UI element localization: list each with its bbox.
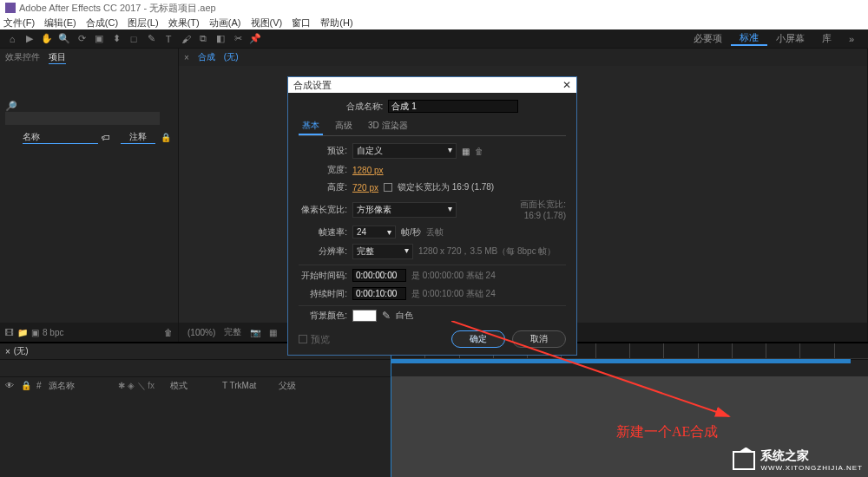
search-icon: 🔎: [5, 101, 17, 111]
menu-help[interactable]: 帮助(H): [320, 17, 352, 28]
hand-tool-icon[interactable]: ✋: [40, 32, 54, 46]
par-dropdown[interactable]: 方形像素 ▾: [352, 202, 457, 218]
composition-settings-dialog: 合成设置 ✕ 合成名称: 基本 高级 3D 渲染器 预设: 自定义 ▾ ▦ 🗑 …: [287, 76, 577, 356]
watermark: 系统之家 WWW.XITONGZHIJIA.NET: [733, 448, 863, 472]
selection-tool-icon[interactable]: ▶: [23, 32, 36, 46]
clone-tool-icon[interactable]: ⧉: [196, 32, 210, 46]
res-dropdown[interactable]: 完整 ▾: [352, 244, 413, 259]
width-value[interactable]: 1280 px: [352, 166, 384, 175]
preset-dropdown[interactable]: 自定义 ▾: [352, 143, 457, 159]
workspace-library[interactable]: 库: [813, 32, 840, 45]
menu-layer[interactable]: 图层(L): [128, 17, 158, 28]
viewer-camera-icon[interactable]: 📷: [250, 328, 260, 337]
work-area-bar[interactable]: [391, 359, 851, 363]
close-icon[interactable]: ✕: [562, 79, 571, 91]
zoom-dropdown[interactable]: (100%): [187, 328, 215, 337]
res-info: 1280 x 720，3.5 MB（每 8bpc 帧）: [418, 245, 556, 258]
rotate-tool-icon[interactable]: ⟳: [75, 32, 89, 46]
interpret-footage-icon[interactable]: 🎞: [5, 328, 14, 337]
timeline-layer-area: 👁 🔒 # 源名称 ✱ ◈ ＼ fx 模式 T TrkMat 父级: [0, 376, 391, 477]
frame-ar-label: 画面长宽比:: [520, 199, 566, 209]
bpc-label[interactable]: 8 bpc: [43, 328, 63, 337]
col-comment[interactable]: 注释: [121, 131, 155, 144]
menu-view[interactable]: 视图(V): [251, 17, 283, 28]
res-label: 分辨率:: [299, 245, 347, 258]
shape-tool-icon[interactable]: □: [127, 32, 141, 46]
zoom-tool-icon[interactable]: 🔍: [57, 32, 71, 46]
viewer-tab-label: ×: [184, 53, 189, 62]
roto-tool-icon[interactable]: ✂: [231, 32, 245, 46]
viewer-grid-icon[interactable]: ▦: [269, 328, 277, 337]
text-tool-icon[interactable]: T: [161, 32, 175, 46]
dialog-titlebar[interactable]: 合成设置 ✕: [288, 77, 576, 93]
col-name[interactable]: 名称: [23, 131, 98, 144]
camera-tool-icon[interactable]: ▣: [92, 32, 106, 46]
viewer-tab-comp[interactable]: 合成: [198, 51, 215, 63]
chevron-down-icon: ▾: [387, 227, 391, 237]
par-label: 像素长宽比:: [299, 204, 347, 216]
bg-color-name: 白色: [396, 310, 413, 322]
pen-tool-icon[interactable]: ✎: [144, 32, 158, 46]
ok-button[interactable]: 确定: [451, 330, 505, 348]
trash-icon[interactable]: 🗑: [164, 328, 173, 337]
res-dropdown[interactable]: 完整: [224, 326, 241, 338]
workspace-small[interactable]: 小屏幕: [767, 32, 813, 45]
cancel-button[interactable]: 取消: [512, 330, 566, 348]
fps-label: 帧速率:: [299, 226, 347, 238]
frame-ar-value: 16:9 (1.78): [524, 211, 566, 220]
menu-composition[interactable]: 合成(C): [86, 17, 118, 28]
preview-toggle: 预览: [299, 333, 330, 346]
brush-tool-icon[interactable]: 🖌: [179, 32, 193, 46]
eye-column-icon[interactable]: 👁: [5, 381, 21, 390]
tab-advanced[interactable]: 高级: [332, 118, 356, 135]
duration-input[interactable]: [352, 287, 406, 300]
tab-3d-renderer[interactable]: 3D 渲染器: [365, 118, 411, 135]
fps-dropdown[interactable]: 24 ▾: [352, 225, 396, 238]
eraser-tool-icon[interactable]: ◧: [214, 32, 227, 46]
delete-preset-icon[interactable]: 🗑: [475, 147, 483, 156]
pan-behind-tool-icon[interactable]: ⬍: [109, 32, 123, 46]
tab-effect-controls[interactable]: 效果控件: [5, 51, 40, 63]
height-value[interactable]: 720 px: [352, 183, 378, 193]
tab-basic[interactable]: 基本: [299, 118, 323, 135]
project-search-input[interactable]: [5, 112, 160, 125]
workspace-standard[interactable]: 标准: [731, 31, 767, 46]
workspace-more-icon[interactable]: »: [840, 34, 863, 44]
menu-window[interactable]: 窗口: [292, 17, 311, 28]
lock-column-icon[interactable]: 🔒: [21, 381, 36, 390]
dur-label: 持续时间:: [299, 288, 347, 300]
start-timecode-input[interactable]: [352, 269, 406, 282]
eyedropper-icon[interactable]: ✎: [382, 310, 391, 322]
watermark-name: 系统之家: [760, 448, 863, 464]
tool-bar: ⌂ ▶ ✋ 🔍 ⟳ ▣ ⬍ □ ✎ T 🖌 ⧉ ◧ ✂ 📌 必要项 标准 小屏幕…: [0, 29, 868, 49]
col-mode[interactable]: 模式: [170, 380, 222, 392]
project-panel: 效果控件 项目 🔎 名称 🏷 注释 🔒 🎞 📁 ▣ 8 bpc 🗑: [0, 49, 179, 342]
col-source[interactable]: 源名称: [49, 380, 118, 392]
menu-effect[interactable]: 效果(T): [168, 17, 200, 28]
menu-edit[interactable]: 编辑(E): [44, 17, 76, 28]
timeline-tab-none[interactable]: (无): [14, 345, 29, 357]
comp-name-input[interactable]: [388, 100, 518, 113]
col-trkmat[interactable]: T TrkMat: [222, 381, 279, 390]
menu-file[interactable]: 文件(F): [3, 17, 35, 28]
workspace-essentials[interactable]: 必要项: [685, 32, 731, 45]
lock-aspect-checkbox[interactable]: [384, 183, 392, 192]
save-preset-icon[interactable]: ▦: [462, 147, 470, 156]
new-comp-icon[interactable]: ▣: [31, 328, 39, 337]
chevron-down-icon: ▾: [448, 204, 452, 213]
menu-animation[interactable]: 动画(A): [209, 17, 241, 28]
comp-name-label: 合成名称:: [346, 101, 384, 113]
project-columns: 名称 🏷 注释 🔒: [0, 130, 178, 144]
col-lock-icon: 🔒: [155, 133, 171, 142]
project-panel-footer: 🎞 📁 ▣ 8 bpc 🗑: [0, 323, 178, 342]
new-folder-icon[interactable]: 📁: [17, 328, 28, 337]
playhead[interactable]: [391, 343, 391, 477]
bg-color-swatch[interactable]: [352, 310, 377, 322]
col-parent[interactable]: 父级: [279, 380, 322, 392]
home-icon[interactable]: ⌂: [5, 32, 19, 46]
puppet-tool-icon[interactable]: 📌: [248, 32, 262, 46]
lock-aspect-label: 锁定长宽比为 16:9 (1.78): [398, 181, 494, 193]
tab-project[interactable]: 项目: [49, 51, 66, 64]
height-label: 高度:: [299, 181, 347, 193]
menu-bar: 文件(F) 编辑(E) 合成(C) 图层(L) 效果(T) 动画(A) 视图(V…: [0, 16, 868, 29]
